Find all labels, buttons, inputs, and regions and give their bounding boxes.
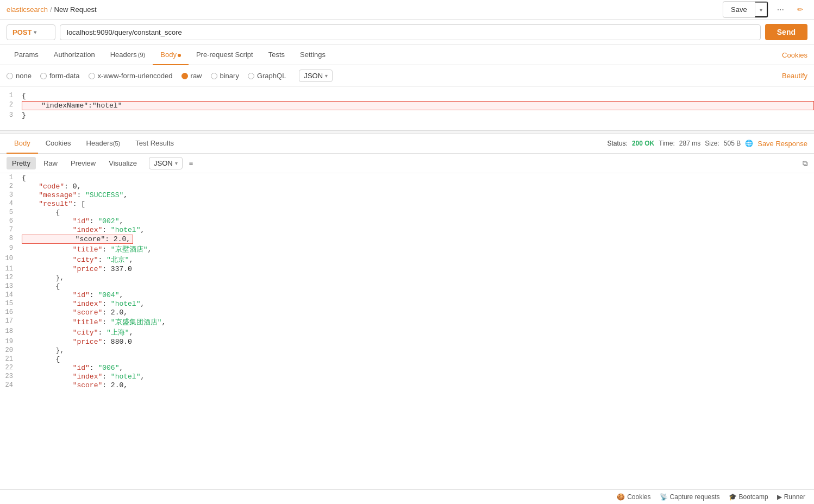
beautify-button[interactable]: Beautify bbox=[782, 72, 807, 80]
line-number: 2 bbox=[0, 101, 22, 109]
line-number: 11 bbox=[0, 265, 22, 273]
tab-tests[interactable]: Tests bbox=[261, 45, 292, 65]
cookies-link[interactable]: Cookies bbox=[782, 51, 807, 59]
fmt-raw-button[interactable]: Raw bbox=[38, 157, 63, 169]
line-content: "title": "京盛集团酒店", bbox=[22, 317, 814, 327]
response-line-9: 9 "title": "京墅酒店", bbox=[0, 244, 814, 254]
cookies-footer-button[interactable]: 🍪 Cookies bbox=[617, 493, 650, 501]
line-number: 21 bbox=[0, 355, 22, 363]
body-type-urlencoded[interactable]: x-www-form-urlencoded bbox=[89, 72, 173, 80]
tab-settings[interactable]: Settings bbox=[292, 45, 333, 65]
top-bar: elasticsearch / New Request Save ▾ ··· ✏ bbox=[0, 0, 814, 20]
breadcrumb-link[interactable]: elasticsearch bbox=[7, 5, 48, 14]
body-type-binary[interactable]: binary bbox=[211, 72, 239, 80]
save-dropdown-button[interactable]: ▾ bbox=[755, 2, 768, 17]
response-panel: Body Cookies Headers(5) Test Results Sta… bbox=[0, 134, 814, 484]
filter-icon[interactable]: ≡ bbox=[189, 159, 193, 167]
response-line-2: 2 "code": 0, bbox=[0, 182, 814, 191]
line-content: "index": "hotel", bbox=[22, 226, 814, 234]
line-content: "id": "004", bbox=[22, 291, 814, 299]
bootcamp-icon: 🎓 bbox=[729, 493, 737, 501]
line-content: { bbox=[22, 282, 814, 291]
radio-none bbox=[7, 73, 13, 79]
tab-authorization[interactable]: Authorization bbox=[46, 45, 103, 65]
body-type-graphql[interactable]: GraphQL bbox=[248, 72, 286, 80]
line-number: 3 bbox=[0, 191, 22, 199]
response-line-14: 14 "id": "004", bbox=[0, 291, 814, 299]
fmt-preview-button[interactable]: Preview bbox=[65, 157, 101, 169]
line-number: 22 bbox=[0, 364, 22, 371]
save-button[interactable]: Save bbox=[723, 3, 755, 16]
response-tabs-bar: Body Cookies Headers(5) Test Results Sta… bbox=[0, 134, 814, 154]
line-number: 8 bbox=[0, 235, 22, 242]
line-number: 12 bbox=[0, 274, 22, 281]
line-content: "score": 2.0, bbox=[22, 381, 814, 389]
globe-icon: 🌐 bbox=[745, 140, 753, 147]
response-line-19: 19 "price": 880.0 bbox=[0, 337, 814, 346]
line-number: 19 bbox=[0, 338, 22, 345]
line-number: 16 bbox=[0, 308, 22, 316]
body-type-raw[interactable]: raw bbox=[181, 72, 202, 80]
send-button[interactable]: Send bbox=[765, 24, 807, 40]
line-content: "city": "上海", bbox=[22, 327, 814, 337]
tab-params[interactable]: Params bbox=[7, 45, 46, 65]
line-number: 15 bbox=[0, 300, 22, 307]
response-line-8: 8 "score": 2.0, bbox=[0, 234, 814, 244]
response-line-13: 13 { bbox=[0, 282, 814, 291]
headers-badge: (9) bbox=[138, 52, 145, 58]
fmt-pretty-button[interactable]: Pretty bbox=[7, 157, 36, 169]
response-line-16: 16 "score": 2.0, bbox=[0, 308, 814, 317]
save-response-button[interactable]: Save Response bbox=[757, 140, 807, 148]
url-input[interactable] bbox=[60, 24, 761, 40]
resp-tab-test-results[interactable]: Test Results bbox=[128, 134, 181, 154]
line-content: { bbox=[22, 92, 814, 100]
capture-requests-button[interactable]: 📡 Capture requests bbox=[660, 493, 720, 501]
body-format-dropdown[interactable]: JSON ▾ bbox=[299, 70, 333, 82]
tab-body[interactable]: Body bbox=[153, 45, 189, 65]
resp-tab-headers[interactable]: Headers(5) bbox=[79, 134, 128, 154]
line-number: 1 bbox=[0, 174, 22, 181]
runner-button[interactable]: ▶ Runner bbox=[777, 493, 805, 501]
line-number: 14 bbox=[0, 291, 22, 299]
copy-icon[interactable]: ⧉ bbox=[803, 159, 807, 168]
runner-icon: ▶ bbox=[777, 493, 782, 501]
bootcamp-button[interactable]: 🎓 Bootcamp bbox=[729, 493, 768, 501]
line-content: "message": "SUCCESS", bbox=[22, 191, 814, 199]
capture-icon: 📡 bbox=[660, 493, 668, 501]
body-dot bbox=[178, 54, 181, 57]
edit-button[interactable]: ✏ bbox=[793, 3, 807, 16]
response-line-1: 1{ bbox=[0, 173, 814, 182]
request-body-editor[interactable]: 1{2 "indexName":"hotel"3} bbox=[0, 87, 814, 130]
response-line-20: 20 }, bbox=[0, 346, 814, 355]
fmt-visualize-button[interactable]: Visualize bbox=[103, 157, 142, 169]
resp-format-dropdown[interactable]: JSON ▾ bbox=[149, 157, 183, 169]
line-content: "index": "hotel", bbox=[22, 373, 814, 381]
response-line-5: 5 { bbox=[0, 208, 814, 217]
line-content: { bbox=[22, 355, 814, 363]
tab-headers[interactable]: Headers(9) bbox=[103, 45, 153, 65]
body-type-none[interactable]: none bbox=[7, 72, 32, 80]
line-content: "code": 0, bbox=[22, 182, 814, 191]
more-options-button[interactable]: ··· bbox=[773, 3, 788, 17]
resp-tab-body[interactable]: Body bbox=[7, 134, 38, 154]
save-button-group: Save ▾ bbox=[723, 1, 768, 18]
method-select[interactable]: POST ▾ bbox=[7, 24, 55, 40]
line-content: "price": 337.0 bbox=[22, 265, 814, 273]
line-content: "score": 2.0, bbox=[22, 308, 814, 317]
status-label: Status: bbox=[608, 140, 628, 147]
body-type-bar: none form-data x-www-form-urlencoded raw… bbox=[0, 65, 814, 87]
response-body-area: 1{2 "code": 0,3 "message": "SUCCESS",4 "… bbox=[0, 173, 814, 484]
tab-pre-request[interactable]: Pre-request Script bbox=[189, 45, 261, 65]
request-line-3: 3} bbox=[0, 111, 814, 120]
body-format-label: JSON bbox=[304, 72, 323, 80]
resp-tab-cookies[interactable]: Cookies bbox=[38, 134, 79, 154]
edit-icon: ✏ bbox=[797, 5, 803, 14]
body-type-form-data[interactable]: form-data bbox=[40, 72, 80, 80]
response-line-10: 10 "city": "北京", bbox=[0, 254, 814, 264]
chevron-down-icon: ▾ bbox=[760, 7, 762, 13]
cookie-icon: 🍪 bbox=[617, 493, 625, 501]
response-line-3: 3 "message": "SUCCESS", bbox=[0, 191, 814, 199]
line-number: 1 bbox=[0, 92, 22, 99]
breadcrumb-sep: / bbox=[50, 5, 52, 14]
line-number: 6 bbox=[0, 217, 22, 225]
